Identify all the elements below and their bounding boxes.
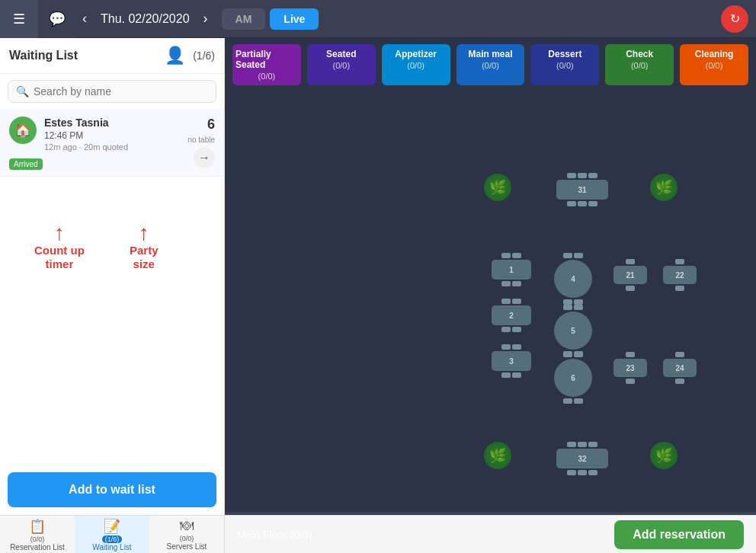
servers-list-icon: 🍽 bbox=[180, 518, 194, 534]
party-size: 6 bbox=[207, 117, 215, 133]
am-button[interactable]: AM bbox=[222, 8, 266, 30]
menu-button[interactable]: ☰ bbox=[0, 0, 38, 38]
tab-reservation-list[interactable]: 📋 (0/0) Reservation List bbox=[0, 516, 75, 553]
servers-list-badge: (0/0) bbox=[180, 535, 194, 542]
plant-3: 🌿 bbox=[484, 442, 511, 469]
table-32[interactable]: 32 bbox=[556, 440, 608, 477]
chat-button[interactable]: 💬 bbox=[38, 0, 76, 38]
date-display: Thu. 02/20/2020 bbox=[93, 12, 197, 26]
status-main-meal: Main meal (0/0) bbox=[456, 44, 525, 85]
reservation-list-label: Reservation List bbox=[10, 543, 65, 551]
add-reservation-button[interactable]: Add reservation bbox=[614, 520, 744, 549]
tab-waiting-list[interactable]: 📝 (1/6) Waiting List bbox=[75, 516, 149, 553]
avatar-icon: 👤 bbox=[165, 46, 185, 66]
home-icon: 🏠 bbox=[9, 117, 37, 144]
count-up-annotation: ↑ Count uptimer bbox=[34, 222, 85, 271]
top-bar-right: ↻ bbox=[721, 5, 748, 33]
prev-date-button[interactable]: ‹ bbox=[76, 8, 93, 30]
search-input[interactable] bbox=[34, 85, 208, 97]
wait-name: Estes Tasnia bbox=[44, 117, 187, 129]
plant-2: 🌿 bbox=[650, 174, 678, 201]
waiting-list-icon: 📝 bbox=[104, 518, 120, 535]
up-arrow-1: ↑ bbox=[54, 222, 65, 244]
assign-table-button[interactable]: → bbox=[194, 147, 215, 168]
count-up-label: Count uptimer bbox=[34, 244, 85, 271]
right-panel: Partially Seated (0/0) Seated (0/0) Appe… bbox=[225, 38, 756, 515]
bottom-tabs: 📋 (0/0) Reservation List 📝 (1/6) Waiting… bbox=[0, 516, 225, 553]
wait-right: 6 no table → bbox=[187, 117, 215, 168]
wait-info: Estes Tasnia 12:46 PM 12m ago · 20m quot… bbox=[44, 117, 187, 152]
wait-list-item[interactable]: 🏠 Estes Tasnia 12:46 PM 12m ago · 20m qu… bbox=[0, 109, 224, 177]
table-1[interactable]: 1 bbox=[492, 251, 531, 288]
refresh-button[interactable]: ↻ bbox=[721, 5, 748, 33]
waiting-list-badge: (1/6) bbox=[102, 535, 123, 543]
floor-label: Main Floor (0/0) bbox=[237, 529, 312, 541]
add-to-waitlist-button[interactable]: Add to wait list bbox=[8, 472, 216, 507]
main-content: Waiting List 👤 (1/6) 🔍 🏠 Estes Tasnia 12… bbox=[0, 38, 756, 515]
annotation-area: ↑ Count uptimer ↑ Partysize bbox=[0, 177, 224, 465]
status-label-0: Partially Seated bbox=[235, 49, 298, 70]
status-partially-seated: Partially Seated (0/0) bbox=[232, 44, 301, 85]
status-label-6: Cleaning bbox=[695, 49, 734, 59]
plant-4: 🌿 bbox=[650, 442, 678, 469]
status-seated: Seated (0/0) bbox=[307, 44, 376, 85]
status-count-5: (0/0) bbox=[631, 61, 649, 70]
table-6[interactable]: 6 bbox=[554, 350, 592, 405]
status-cleaning: Cleaning (0/0) bbox=[680, 44, 748, 85]
table-21[interactable]: 21 bbox=[613, 257, 647, 292]
panel-title: Waiting List bbox=[9, 49, 157, 62]
top-bar: ☰ 💬 ‹ Thu. 02/20/2020 › AM Live ↻ bbox=[0, 0, 756, 38]
status-count-2: (0/0) bbox=[407, 61, 424, 70]
panel-header: Waiting List 👤 (1/6) bbox=[0, 38, 224, 74]
status-count-0: (0/0) bbox=[258, 72, 276, 81]
servers-list-label: Servers List bbox=[167, 542, 207, 551]
panel-count: (1/6) bbox=[193, 50, 215, 62]
status-count-6: (0/0) bbox=[706, 61, 723, 70]
reservation-list-badge: (0/0) bbox=[30, 535, 45, 543]
status-count-4: (0/0) bbox=[556, 61, 574, 70]
next-date-button[interactable]: › bbox=[197, 8, 214, 30]
status-check: Check (0/0) bbox=[605, 44, 674, 85]
search-box: 🔍 bbox=[8, 80, 216, 103]
status-label-2: Appetizer bbox=[395, 49, 437, 59]
status-label-3: Main meal bbox=[468, 49, 512, 59]
search-icon: 🔍 bbox=[16, 85, 29, 97]
arrived-badge: Arrived bbox=[9, 158, 43, 170]
bottom-right: Main Floor (0/0) Add reservation bbox=[225, 516, 756, 553]
live-button[interactable]: Live bbox=[270, 8, 319, 30]
table-4[interactable]: 4 bbox=[554, 251, 592, 306]
bottom-bar: 📋 (0/0) Reservation List 📝 (1/6) Waiting… bbox=[0, 515, 756, 553]
party-size-annotation: ↑ Partysize bbox=[130, 222, 159, 271]
table-31[interactable]: 31 bbox=[556, 171, 608, 208]
status-dessert: Dessert (0/0) bbox=[530, 44, 599, 85]
no-table-label: no table bbox=[187, 136, 215, 144]
waiting-list-label: Waiting List bbox=[92, 543, 131, 551]
floor-plan: 🌿 🌿 🌿 🌿 31 1 2 bbox=[225, 91, 756, 515]
status-bar: Partially Seated (0/0) Seated (0/0) Appe… bbox=[225, 38, 756, 91]
up-arrow-2: ↑ bbox=[139, 222, 149, 244]
table-23[interactable]: 23 bbox=[613, 350, 647, 385]
party-size-label: Partysize bbox=[130, 244, 159, 271]
tab-servers-list[interactable]: 🍽 (0/0) Servers List bbox=[149, 516, 224, 553]
floor-divider bbox=[225, 512, 756, 515]
reservation-list-icon: 📋 bbox=[29, 518, 46, 535]
status-count-3: (0/0) bbox=[482, 61, 499, 70]
left-panel: Waiting List 👤 (1/6) 🔍 🏠 Estes Tasnia 12… bbox=[0, 38, 225, 515]
status-label-4: Dessert bbox=[548, 49, 581, 59]
table-3[interactable]: 3 bbox=[492, 343, 531, 379]
table-22[interactable]: 22 bbox=[663, 257, 697, 292]
status-appetizer: Appetizer (0/0) bbox=[382, 44, 450, 85]
wait-meta: 12m ago · 20m quoted bbox=[44, 142, 187, 152]
status-label-5: Check bbox=[626, 49, 653, 59]
status-count-1: (0/0) bbox=[332, 61, 350, 70]
wait-time: 12:46 PM bbox=[44, 130, 187, 141]
plant-1: 🌿 bbox=[484, 174, 511, 201]
period-selector: AM Live bbox=[222, 8, 319, 30]
status-label-1: Seated bbox=[326, 49, 356, 59]
table-2[interactable]: 2 bbox=[492, 297, 531, 334]
table-24[interactable]: 24 bbox=[663, 350, 697, 385]
